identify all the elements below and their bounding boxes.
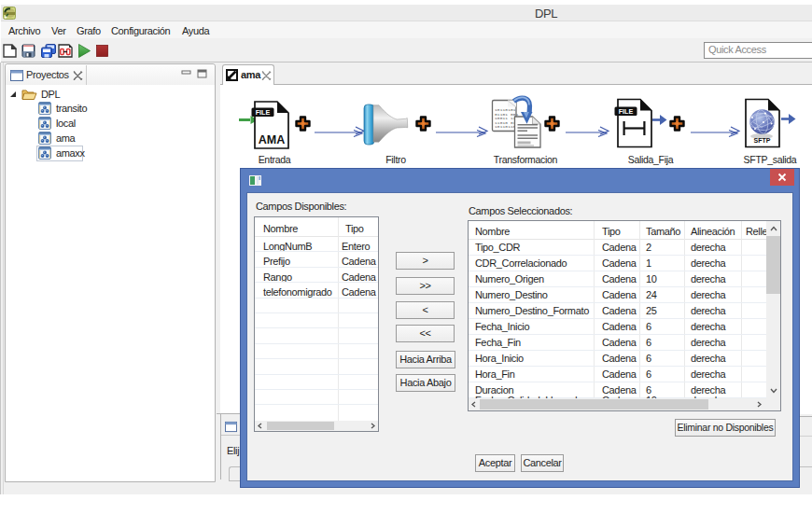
svg-text:SFTP_salida: SFTP_salida (744, 154, 797, 165)
svg-text:FILE: FILE (619, 107, 634, 116)
svg-text:Entrada: Entrada (259, 154, 291, 165)
svg-text:AMA: AMA (259, 133, 285, 146)
svg-text:SFTP: SFTP (754, 137, 771, 144)
svg-text:10110110: 10110110 (495, 124, 516, 129)
svg-text:Filtro: Filtro (385, 154, 406, 165)
svg-text:FILE: FILE (256, 108, 271, 117)
svg-text:Transformacion: Transformacion (494, 154, 558, 165)
svg-text:Salida_Fija: Salida_Fija (628, 154, 674, 165)
